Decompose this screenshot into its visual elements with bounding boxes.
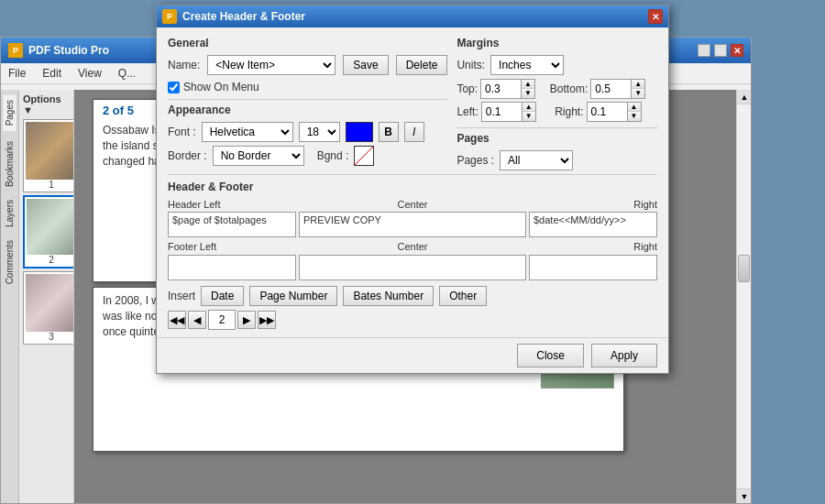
footer-right-label: Right [529,241,657,252]
thumbnail-2[interactable]: 2 [23,195,73,268]
app-title: PDF Studio Pro [28,44,109,57]
name-dropdown[interactable]: <New Item> [207,55,336,75]
divider-1 [168,99,447,100]
date-button[interactable]: Date [201,286,244,306]
scroll-down-btn[interactable]: ▼ [737,488,751,503]
footer-center-label: Center [299,241,526,252]
top-input[interactable] [480,79,522,99]
header-right-cell[interactable]: $date<<MM/dd/yy>> [529,212,657,237]
sidebar-tab-layers[interactable]: Layers [3,194,16,233]
apply-button[interactable]: Apply [591,344,657,367]
thumbnail-number-3: 3 [49,332,54,342]
border-dropdown[interactable]: No Border [213,146,304,166]
first-page-btn[interactable]: ◀◀ [168,311,186,329]
close-button[interactable]: Close [517,344,584,367]
close-btn[interactable]: ✕ [731,44,743,57]
bottom-label: Bottom: [550,82,588,95]
bgnd-preview[interactable] [354,146,374,166]
save-button[interactable]: Save [343,55,388,75]
scroll-thumb[interactable] [738,255,750,282]
footer-labels-row: Footer Left Center Right [168,241,657,252]
header-center-cell[interactable]: PREVIEW COPY [299,212,526,237]
sidebar-tab-container: Pages Bookmarks Layers Comments [1,90,19,503]
menu-file[interactable]: File [5,65,29,82]
header-left-cell[interactable]: $page of $totalpages [168,212,296,237]
insert-label: Insert [168,290,195,302]
top-decrement-btn[interactable]: ▼ [522,89,534,98]
show-on-menu-checkbox[interactable] [168,82,180,93]
top-spin-btns: ▲ ▼ [522,79,535,99]
thumbnail-3[interactable]: 3 [23,271,73,345]
border-label: Border : [168,149,207,162]
page-indicator: 2 of 5 [103,104,134,117]
dialog-close-icon[interactable]: ✕ [648,9,663,24]
bottom-decrement-btn[interactable]: ▼ [632,89,644,98]
header-left-label: Header Left [168,199,296,210]
pages-dropdown[interactable]: All [500,150,573,170]
menu-more[interactable]: Q... [115,65,139,82]
footer-cells [168,255,657,280]
sidebar-tab-pages[interactable]: Pages [2,93,17,132]
maximize-btn[interactable]: □ [714,44,727,57]
prev-page-btn[interactable]: ◀ [188,311,206,329]
margins-section-header: Margins [456,37,657,49]
minimize-btn[interactable]: _ [698,44,710,57]
bold-button[interactable]: B [379,122,399,142]
color-swatch[interactable] [346,122,373,142]
next-page-btn[interactable]: ▶ [237,311,256,329]
footer-right-cell[interactable] [529,255,657,280]
page-number-button[interactable]: Page Number [249,286,337,306]
top-increment-btn[interactable]: ▲ [522,80,534,89]
font-row: Font : Helvetica 18 B I [168,122,447,142]
dialog-main-cols: General Name: <New Item> Save Delete Sho… [168,35,657,170]
scroll-up-btn[interactable]: ▲ [737,90,751,104]
header-left-value: $page of $totalpages [172,214,267,225]
font-size-dropdown[interactable]: 18 [299,122,340,142]
pages-row: Pages : All [456,150,657,170]
header-right-label: Right [529,199,657,210]
delete-button[interactable]: Delete [396,55,448,75]
font-dropdown[interactable]: Helvetica [202,122,293,142]
dialog-icon: P [162,9,177,24]
divider-2 [168,174,657,175]
footer-center-cell[interactable] [299,255,526,280]
right-spin-btns: ▲ ▼ [628,102,642,122]
units-label: Units: [456,59,485,71]
right-decrement-btn[interactable]: ▼ [628,112,641,121]
header-footer-section: Header & Footer Header Left Center Right… [168,181,657,280]
menu-edit[interactable]: Edit [38,65,65,82]
left-decrement-btn[interactable]: ▼ [522,112,535,121]
units-dropdown[interactable]: Inches [490,55,564,75]
menu-view[interactable]: View [74,65,105,82]
border-row: Border : No Border Bgnd : [168,146,447,166]
header-center-label: Center [299,199,526,210]
header-cells: $page of $totalpages PREVIEW COPY $date<… [168,212,657,237]
italic-button[interactable]: I [404,122,424,142]
options-label: Options ▼ [23,93,70,115]
bates-number-button[interactable]: Bates Number [343,286,434,306]
footer-left-label: Footer Left [168,241,296,252]
bottom-input[interactable] [590,79,632,99]
app-icon: P [8,43,23,58]
thumbnail-1[interactable]: 1 [23,119,73,192]
dialog-left-col: General Name: <New Item> Save Delete Sho… [168,35,447,170]
right-input[interactable] [587,102,628,122]
left-input[interactable] [481,102,522,122]
hf-section-header: Header & Footer [168,181,657,193]
margins-left-right-row: Left: ▲ ▼ Right: ▲ ▼ [456,102,657,122]
top-label: Top: [456,82,478,95]
bottom-increment-btn[interactable]: ▲ [632,80,644,89]
pages-section-header: Pages [456,132,657,145]
other-button[interactable]: Other [439,286,487,306]
dialog-body: General Name: <New Item> Save Delete Sho… [157,27,668,337]
footer-left-cell[interactable] [168,255,296,280]
sidebar-tab-bookmarks[interactable]: Bookmarks [3,136,16,192]
scrollbar[interactable]: ▲ ▼ [736,90,751,503]
top-spin: ▲ ▼ [480,79,547,99]
bottom-spin-btns: ▲ ▼ [632,79,645,99]
page-number-input[interactable] [208,310,236,330]
left-increment-btn[interactable]: ▲ [522,103,535,112]
last-page-btn[interactable]: ▶▶ [258,311,276,329]
right-increment-btn[interactable]: ▲ [628,103,641,112]
sidebar-tab-comments[interactable]: Comments [3,235,16,290]
